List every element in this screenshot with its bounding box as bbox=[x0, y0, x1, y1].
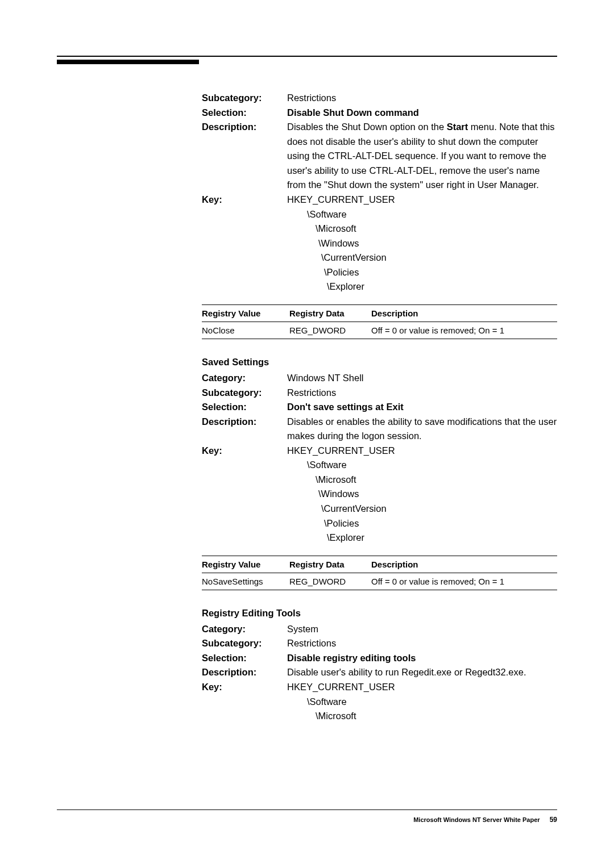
registry-table-2: Registry Value Registry Data Description… bbox=[202, 556, 557, 591]
value-keyroot: HKEY_CURRENT_USER bbox=[287, 680, 557, 695]
label-selection: Selection: bbox=[202, 400, 287, 415]
label-category: Category: bbox=[202, 371, 287, 386]
label-subcategory: Subcategory: bbox=[202, 386, 287, 400]
td-registry-data: REG_DWORD bbox=[289, 322, 371, 339]
key-path-segment: \Windows bbox=[287, 236, 557, 251]
value-description: Disables the Shut Down option on the Sta… bbox=[287, 120, 557, 193]
label-description: Description: bbox=[202, 665, 287, 680]
key-path: \Software \Microsoft \Windows \CurrentVe… bbox=[202, 458, 557, 545]
section-shutdown: Subcategory: Restrictions Selection: Dis… bbox=[202, 91, 557, 294]
key-path-segment: \CurrentVersion bbox=[287, 502, 557, 516]
value-keyroot: HKEY_CURRENT_USER bbox=[287, 444, 557, 458]
value-selection: Disable registry editing tools bbox=[287, 651, 557, 666]
key-path-segment: \Policies bbox=[287, 265, 557, 280]
th-registry-value: Registry Value bbox=[202, 556, 289, 573]
label-key: Key: bbox=[202, 193, 287, 207]
key-path-segment: \Windows bbox=[287, 487, 557, 502]
section-saved-settings: Category: Windows NT Shell Subcategory: … bbox=[202, 371, 557, 545]
label-category: Category: bbox=[202, 622, 287, 637]
page-number: 59 bbox=[550, 816, 557, 824]
label-subcategory: Subcategory: bbox=[202, 636, 287, 651]
table-header-row: Registry Value Registry Data Description bbox=[202, 304, 557, 322]
key-path-segment: \Microsoft bbox=[287, 709, 557, 724]
section-registry-editing: Category: System Subcategory: Restrictio… bbox=[202, 622, 557, 724]
th-registry-value: Registry Value bbox=[202, 304, 289, 322]
value-subcategory: Restrictions bbox=[287, 91, 557, 106]
td-description: Off = 0 or value is removed; On = 1 bbox=[371, 573, 557, 590]
value-category: System bbox=[287, 622, 557, 637]
value-subcategory: Restrictions bbox=[287, 386, 557, 400]
label-subcategory: Subcategory: bbox=[202, 91, 287, 106]
td-registry-value: NoClose bbox=[202, 322, 289, 339]
section-title-saved-settings: Saved Settings bbox=[202, 355, 557, 370]
table-row: NoSaveSettings REG_DWORD Off = 0 or valu… bbox=[202, 573, 557, 590]
section-title-registry-editing: Registry Editing Tools bbox=[202, 606, 557, 621]
footer-text: Microsoft Windows NT Server White Paper bbox=[413, 816, 540, 823]
value-description: Disables or enables the ability to save … bbox=[287, 415, 557, 444]
value-selection: Disable Shut Down command bbox=[287, 106, 557, 120]
td-registry-value: NoSaveSettings bbox=[202, 573, 289, 590]
key-path-segment: \Software bbox=[287, 458, 557, 473]
label-key: Key: bbox=[202, 444, 287, 458]
top-thick-rule bbox=[57, 60, 199, 64]
key-path-segment: \Explorer bbox=[287, 279, 557, 294]
page-content: Subcategory: Restrictions Selection: Dis… bbox=[202, 91, 557, 734]
key-path-segment: \Microsoft bbox=[287, 473, 557, 487]
value-subcategory: Restrictions bbox=[287, 636, 557, 651]
page-footer: Microsoft Windows NT Server White Paper … bbox=[57, 809, 557, 824]
value-keyroot: HKEY_CURRENT_USER bbox=[287, 193, 557, 207]
value-selection: Don't save settings at Exit bbox=[287, 400, 557, 415]
key-path: \Software \Microsoft bbox=[202, 695, 557, 724]
table-row: NoClose REG_DWORD Off = 0 or value is re… bbox=[202, 322, 557, 339]
key-path-segment: \Policies bbox=[287, 516, 557, 531]
label-key: Key: bbox=[202, 680, 287, 695]
registry-table-1: Registry Value Registry Data Description… bbox=[202, 304, 557, 340]
label-selection: Selection: bbox=[202, 651, 287, 666]
th-description: Description bbox=[371, 304, 557, 322]
key-path-segment: \CurrentVersion bbox=[287, 251, 557, 265]
key-path: \Software \Microsoft \Windows \CurrentVe… bbox=[202, 207, 557, 294]
table-header-row: Registry Value Registry Data Description bbox=[202, 556, 557, 573]
label-description: Description: bbox=[202, 415, 287, 429]
th-registry-data: Registry Data bbox=[289, 304, 371, 322]
td-description: Off = 0 or value is removed; On = 1 bbox=[371, 322, 557, 339]
value-description: Disable user's ability to run Regedit.ex… bbox=[287, 665, 557, 680]
th-description: Description bbox=[371, 556, 557, 573]
label-description: Description: bbox=[202, 120, 287, 135]
value-category: Windows NT Shell bbox=[287, 371, 557, 386]
key-path-segment: \Microsoft bbox=[287, 222, 557, 236]
th-registry-data: Registry Data bbox=[289, 556, 371, 573]
key-path-segment: \Explorer bbox=[287, 531, 557, 545]
key-path-segment: \Software bbox=[287, 207, 557, 222]
top-thin-rule bbox=[57, 56, 557, 57]
td-registry-data: REG_DWORD bbox=[289, 573, 371, 590]
key-path-segment: \Software bbox=[287, 695, 557, 710]
label-selection: Selection: bbox=[202, 106, 287, 120]
